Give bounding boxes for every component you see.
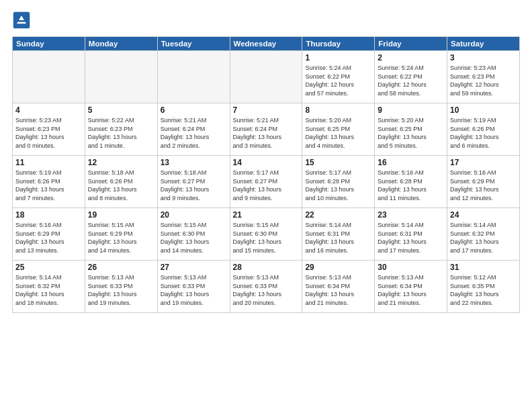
- day-info: Sunrise: 5:13 AM Sunset: 6:33 PM Dayligh…: [88, 273, 154, 307]
- day-info: Sunrise: 5:17 AM Sunset: 6:28 PM Dayligh…: [305, 169, 371, 202]
- day-number: 17: [450, 158, 517, 167]
- day-number: 26: [88, 263, 154, 272]
- day-cell: 31Sunrise: 5:12 AM Sunset: 6:35 PM Dayli…: [447, 261, 520, 313]
- day-cell: 22Sunrise: 5:14 AM Sunset: 6:31 PM Dayli…: [302, 208, 375, 261]
- day-cell: 11Sunrise: 5:19 AM Sunset: 6:26 PM Dayli…: [13, 156, 85, 208]
- day-cell: 30Sunrise: 5:13 AM Sunset: 6:34 PM Dayli…: [375, 261, 447, 313]
- day-number: 21: [233, 210, 300, 220]
- day-cell: 28Sunrise: 5:13 AM Sunset: 6:33 PM Dayli…: [230, 261, 302, 313]
- day-cell: 10Sunrise: 5:19 AM Sunset: 6:26 PM Dayli…: [447, 103, 520, 156]
- svg-rect-2: [18, 20, 26, 22]
- day-cell: 12Sunrise: 5:18 AM Sunset: 6:26 PM Dayli…: [85, 156, 157, 208]
- day-info: Sunrise: 5:23 AM Sunset: 6:23 PM Dayligh…: [15, 116, 82, 150]
- header: [12, 11, 520, 30]
- day-cell: 3Sunrise: 5:23 AM Sunset: 6:23 PM Daylig…: [447, 51, 520, 103]
- day-cell: [230, 51, 302, 103]
- day-number: 31: [450, 263, 517, 272]
- day-number: 6: [161, 105, 227, 115]
- day-info: Sunrise: 5:18 AM Sunset: 6:27 PM Dayligh…: [161, 169, 227, 202]
- day-info: Sunrise: 5:21 AM Sunset: 6:24 PM Dayligh…: [161, 116, 227, 150]
- day-info: Sunrise: 5:13 AM Sunset: 6:33 PM Dayligh…: [233, 273, 300, 307]
- day-cell: 9Sunrise: 5:20 AM Sunset: 6:25 PM Daylig…: [375, 103, 447, 156]
- day-cell: 26Sunrise: 5:13 AM Sunset: 6:33 PM Dayli…: [85, 261, 157, 313]
- day-cell: 14Sunrise: 5:17 AM Sunset: 6:27 PM Dayli…: [230, 156, 302, 208]
- day-number: 24: [450, 210, 517, 220]
- day-cell: 8Sunrise: 5:20 AM Sunset: 6:25 PM Daylig…: [302, 103, 375, 156]
- day-number: 12: [88, 158, 154, 167]
- th-wednesday: Wednesday: [230, 37, 302, 51]
- day-number: 8: [305, 105, 371, 115]
- day-info: Sunrise: 5:16 AM Sunset: 6:29 PM Dayligh…: [450, 169, 517, 202]
- week-row-3: 18Sunrise: 5:16 AM Sunset: 6:29 PM Dayli…: [13, 208, 520, 261]
- day-number: 14: [233, 158, 300, 167]
- th-thursday: Thursday: [302, 37, 375, 51]
- day-number: 30: [378, 263, 444, 272]
- day-cell: 18Sunrise: 5:16 AM Sunset: 6:29 PM Dayli…: [13, 208, 85, 261]
- week-row-0: 1Sunrise: 5:24 AM Sunset: 6:22 PM Daylig…: [13, 51, 520, 103]
- day-number: 2: [378, 53, 444, 62]
- th-sunday: Sunday: [13, 37, 85, 51]
- day-info: Sunrise: 5:18 AM Sunset: 6:26 PM Dayligh…: [88, 169, 154, 202]
- day-info: Sunrise: 5:14 AM Sunset: 6:32 PM Dayligh…: [15, 273, 82, 307]
- day-info: Sunrise: 5:13 AM Sunset: 6:33 PM Dayligh…: [161, 273, 227, 307]
- day-info: Sunrise: 5:20 AM Sunset: 6:25 PM Dayligh…: [378, 116, 444, 150]
- th-friday: Friday: [375, 37, 447, 51]
- day-info: Sunrise: 5:14 AM Sunset: 6:31 PM Dayligh…: [305, 221, 371, 255]
- day-info: Sunrise: 5:16 AM Sunset: 6:29 PM Dayligh…: [15, 221, 82, 255]
- logo-icon: [12, 11, 31, 30]
- day-cell: [85, 51, 157, 103]
- day-info: Sunrise: 5:24 AM Sunset: 6:22 PM Dayligh…: [305, 64, 371, 97]
- day-number: 27: [161, 263, 227, 272]
- day-info: Sunrise: 5:15 AM Sunset: 6:30 PM Dayligh…: [233, 221, 300, 255]
- day-cell: 27Sunrise: 5:13 AM Sunset: 6:33 PM Dayli…: [157, 261, 230, 313]
- day-number: 3: [450, 53, 517, 62]
- day-cell: 4Sunrise: 5:23 AM Sunset: 6:23 PM Daylig…: [13, 103, 85, 156]
- day-info: Sunrise: 5:24 AM Sunset: 6:22 PM Dayligh…: [378, 64, 444, 97]
- week-row-1: 4Sunrise: 5:23 AM Sunset: 6:23 PM Daylig…: [13, 103, 520, 156]
- day-cell: 5Sunrise: 5:22 AM Sunset: 6:23 PM Daylig…: [85, 103, 157, 156]
- day-number: 11: [15, 158, 82, 167]
- day-info: Sunrise: 5:15 AM Sunset: 6:29 PM Dayligh…: [88, 221, 154, 255]
- day-number: 13: [161, 158, 227, 167]
- day-cell: 17Sunrise: 5:16 AM Sunset: 6:29 PM Dayli…: [447, 156, 520, 208]
- th-monday: Monday: [85, 37, 157, 51]
- day-cell: [157, 51, 230, 103]
- day-info: Sunrise: 5:15 AM Sunset: 6:30 PM Dayligh…: [161, 221, 227, 255]
- day-number: 29: [305, 263, 371, 272]
- day-cell: 1Sunrise: 5:24 AM Sunset: 6:22 PM Daylig…: [302, 51, 375, 103]
- day-number: 22: [305, 210, 371, 220]
- day-number: 28: [233, 263, 300, 272]
- day-number: 4: [15, 105, 82, 115]
- day-cell: 25Sunrise: 5:14 AM Sunset: 6:32 PM Dayli…: [13, 261, 85, 313]
- th-saturday: Saturday: [447, 37, 520, 51]
- day-cell: 7Sunrise: 5:21 AM Sunset: 6:24 PM Daylig…: [230, 103, 302, 156]
- day-info: Sunrise: 5:16 AM Sunset: 6:28 PM Dayligh…: [378, 169, 444, 202]
- calendar: Sunday Monday Tuesday Wednesday Thursday…: [12, 36, 520, 313]
- day-info: Sunrise: 5:19 AM Sunset: 6:26 PM Dayligh…: [15, 169, 82, 202]
- day-number: 19: [88, 210, 154, 220]
- day-cell: 16Sunrise: 5:16 AM Sunset: 6:28 PM Dayli…: [375, 156, 447, 208]
- day-number: 18: [15, 210, 82, 220]
- day-number: 23: [378, 210, 444, 220]
- day-number: 1: [305, 53, 371, 62]
- day-info: Sunrise: 5:22 AM Sunset: 6:23 PM Dayligh…: [88, 116, 154, 150]
- th-tuesday: Tuesday: [157, 37, 230, 51]
- day-info: Sunrise: 5:20 AM Sunset: 6:25 PM Dayligh…: [305, 116, 371, 150]
- day-number: 10: [450, 105, 517, 115]
- day-number: 25: [15, 263, 82, 272]
- day-info: Sunrise: 5:13 AM Sunset: 6:34 PM Dayligh…: [305, 273, 371, 307]
- day-number: 15: [305, 158, 371, 167]
- day-info: Sunrise: 5:23 AM Sunset: 6:23 PM Dayligh…: [450, 64, 517, 97]
- day-cell: 13Sunrise: 5:18 AM Sunset: 6:27 PM Dayli…: [157, 156, 230, 208]
- day-number: 5: [88, 105, 154, 115]
- day-info: Sunrise: 5:13 AM Sunset: 6:34 PM Dayligh…: [378, 273, 444, 307]
- week-row-2: 11Sunrise: 5:19 AM Sunset: 6:26 PM Dayli…: [13, 156, 520, 208]
- week-row-4: 25Sunrise: 5:14 AM Sunset: 6:32 PM Dayli…: [13, 261, 520, 313]
- day-info: Sunrise: 5:19 AM Sunset: 6:26 PM Dayligh…: [450, 116, 517, 150]
- day-info: Sunrise: 5:21 AM Sunset: 6:24 PM Dayligh…: [233, 116, 300, 150]
- day-number: 7: [233, 105, 300, 115]
- logo: [12, 11, 34, 30]
- day-number: 20: [161, 210, 227, 220]
- day-cell: 23Sunrise: 5:14 AM Sunset: 6:31 PM Dayli…: [375, 208, 447, 261]
- day-number: 9: [378, 105, 444, 115]
